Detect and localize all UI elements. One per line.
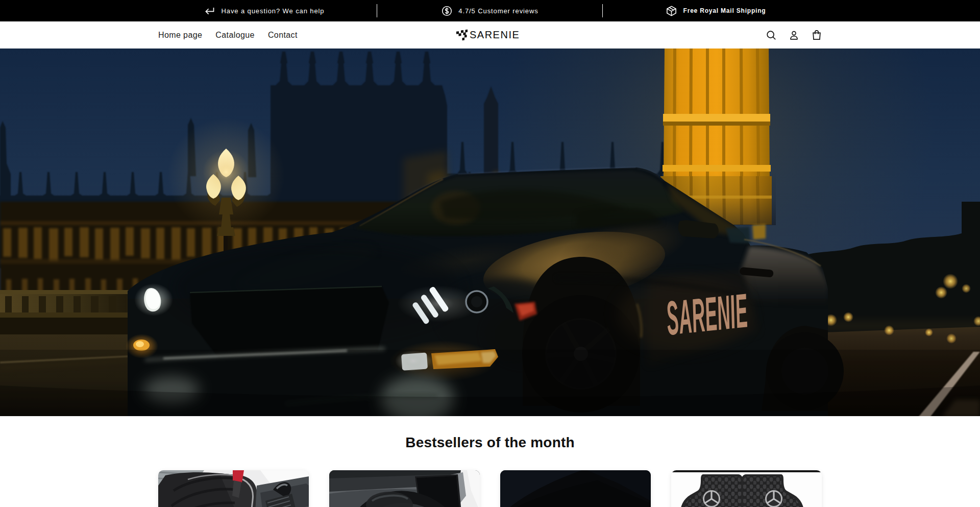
svg-text:SARENIE: SARENIE — [664, 283, 750, 345]
